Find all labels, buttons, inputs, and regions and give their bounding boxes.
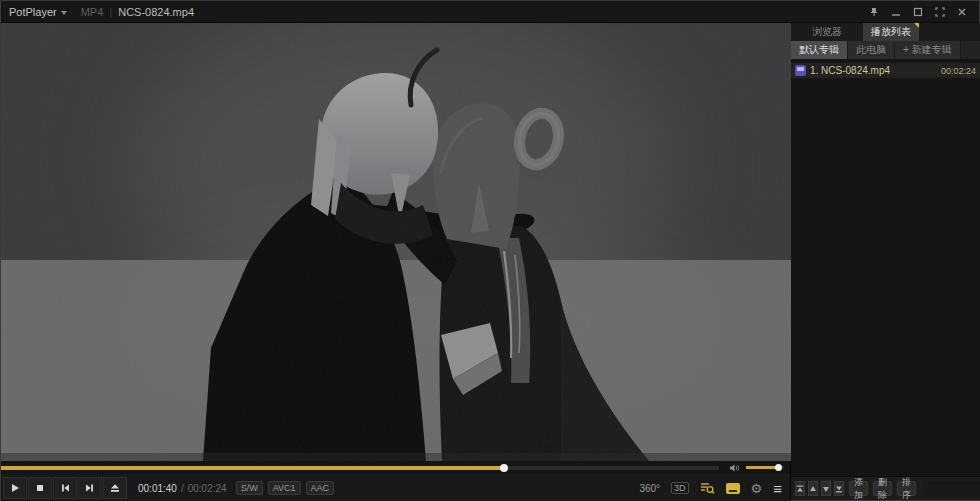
- stop-icon: [34, 482, 46, 494]
- seek-thumb[interactable]: [500, 464, 508, 472]
- move-down-icon: [822, 485, 830, 493]
- video-360-button[interactable]: 360°: [639, 483, 660, 494]
- current-filename: NCS-0824.mp4: [118, 6, 194, 18]
- time-separator: /: [181, 483, 184, 494]
- tab-playlist-label: 播放列表: [871, 25, 911, 39]
- volume-thumb[interactable]: [775, 464, 782, 471]
- audio-codec-badge: AAC: [306, 481, 335, 495]
- potplayer-window: PotPlayer MP4 | NCS-0824.mp4: [0, 0, 980, 501]
- play-icon: [9, 482, 21, 494]
- stop-button[interactable]: [28, 477, 52, 499]
- app-menu-button[interactable]: PotPlayer: [9, 6, 67, 18]
- playlist-items: 1. NCS-0824.mp4 00:02:24: [791, 59, 980, 476]
- move-top-button[interactable]: [795, 481, 805, 496]
- move-up-icon: [809, 485, 817, 493]
- window-controls: [865, 4, 971, 20]
- title-bar: PotPlayer MP4 | NCS-0824.mp4: [1, 1, 979, 23]
- move-up-button[interactable]: [808, 481, 818, 496]
- minimize-button[interactable]: [887, 4, 905, 20]
- eject-icon: [109, 482, 121, 494]
- playlist-panel: 浏览器 播放列表 默认专辑 此电脑 + 新建专辑 1. NCS-0824.mp4…: [791, 23, 980, 500]
- playlist-search-icon[interactable]: [700, 482, 715, 494]
- volume-group: [729, 463, 784, 473]
- format-badge: MP4: [81, 6, 104, 18]
- eject-open-file-button[interactable]: [103, 477, 127, 499]
- play-button[interactable]: [3, 477, 27, 499]
- fullscreen-icon: [935, 7, 945, 17]
- maximize-button[interactable]: [909, 4, 927, 20]
- next-button[interactable]: [78, 477, 102, 499]
- time-display: 00:01:40 / 00:02:24: [138, 483, 227, 494]
- tab-playlist[interactable]: 播放列表: [863, 23, 919, 41]
- move-top-icon: [796, 485, 804, 493]
- chevron-down-icon: [61, 11, 67, 15]
- seek-bar[interactable]: [1, 466, 719, 470]
- volume-icon[interactable]: [729, 463, 741, 473]
- move-bottom-icon: [835, 485, 843, 493]
- total-time: 00:02:24: [188, 483, 227, 494]
- seek-progress: [1, 466, 504, 470]
- pin-on-top-button[interactable]: [865, 4, 883, 20]
- previous-button[interactable]: [53, 477, 77, 499]
- add-button[interactable]: 添加: [849, 481, 868, 496]
- tab-default-album[interactable]: 默认专辑: [791, 41, 848, 59]
- playlist-search-input[interactable]: [926, 484, 980, 494]
- delete-button[interactable]: 删除: [873, 481, 892, 496]
- volume-slider[interactable]: [746, 466, 784, 469]
- minimize-icon: [891, 7, 901, 17]
- decoder-badge: S/W: [236, 481, 263, 495]
- playlist-item[interactable]: 1. NCS-0824.mp4 00:02:24: [791, 63, 980, 78]
- title-separator: |: [109, 6, 112, 18]
- subtitle-panel-button[interactable]: [726, 483, 740, 494]
- tab-this-pc[interactable]: 此电脑: [848, 41, 895, 59]
- title-bar-left: PotPlayer MP4 | NCS-0824.mp4: [9, 6, 194, 18]
- sort-button[interactable]: 排序: [897, 481, 916, 496]
- album-tabs: 默认专辑 此电脑 + 新建专辑: [791, 41, 980, 59]
- codec-badges: S/W AVC1 AAC: [236, 481, 334, 495]
- panel-tabs: 浏览器 播放列表: [791, 23, 980, 41]
- playlist-footer: 添加 删除 排序: [791, 476, 980, 500]
- next-icon: [84, 482, 96, 494]
- maximize-icon: [913, 7, 923, 17]
- playlist-search-box[interactable]: [923, 481, 980, 497]
- close-icon: [957, 7, 967, 17]
- playlist-item-duration: 00:02:24: [941, 66, 976, 76]
- current-time: 00:01:40: [138, 483, 177, 494]
- previous-icon: [59, 482, 71, 494]
- move-down-button[interactable]: [821, 481, 831, 496]
- video-frame-scene: [1, 23, 791, 461]
- menu-button[interactable]: ≡: [773, 481, 782, 496]
- seek-row: [1, 461, 790, 474]
- active-tab-marker: [914, 23, 919, 28]
- tab-browser[interactable]: 浏览器: [791, 23, 863, 41]
- app-name: PotPlayer: [9, 6, 57, 18]
- video-codec-badge: AVC1: [268, 481, 301, 495]
- video-3d-button[interactable]: 3D: [671, 482, 689, 494]
- close-button[interactable]: [953, 4, 971, 20]
- video-display[interactable]: [1, 23, 791, 461]
- playlist-item-title: 1. NCS-0824.mp4: [810, 65, 941, 76]
- volume-level: [746, 466, 779, 469]
- right-controls: 360° 3D ⚙ ≡: [639, 481, 782, 496]
- video-file-icon: [795, 65, 806, 76]
- fullscreen-button[interactable]: [931, 4, 949, 20]
- control-bar: 00:01:40 / 00:02:24 S/W AVC1 AAC 360° 3D: [1, 474, 790, 501]
- move-bottom-button[interactable]: [834, 481, 844, 496]
- settings-gear-button[interactable]: ⚙: [751, 482, 763, 495]
- pin-icon: [869, 7, 879, 17]
- tab-new-album[interactable]: + 新建专辑: [895, 41, 961, 59]
